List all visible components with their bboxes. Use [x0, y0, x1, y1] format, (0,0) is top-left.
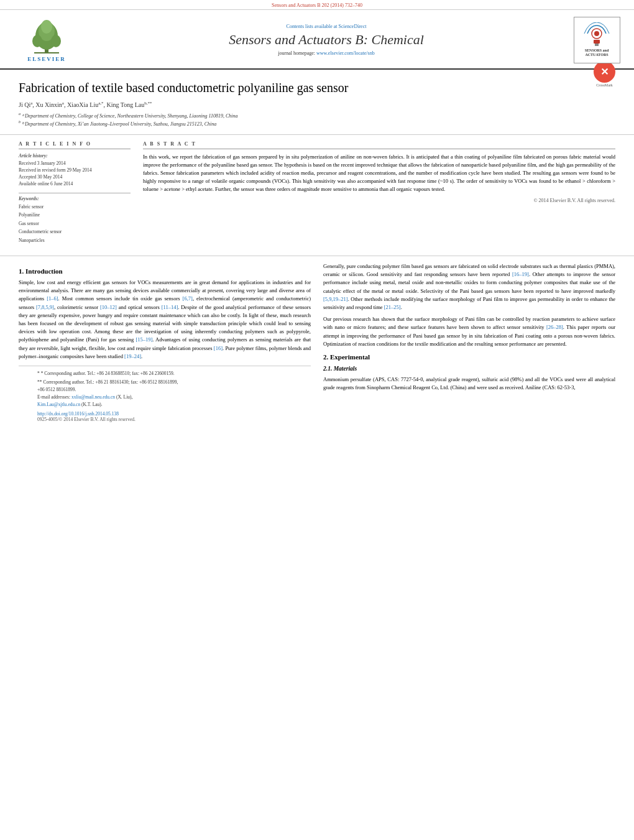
divider [19, 193, 131, 193]
materials-title: 2.1. Materials [323, 366, 615, 372]
svg-point-8 [594, 31, 599, 36]
history-label: Article history: [19, 153, 131, 159]
page: Sensors and Actuators B 202 (2014) 732–7… [0, 0, 634, 840]
sensors-logo: SENSORS andACTUATORS [572, 15, 622, 65]
abstract-heading: A B S T R A C T [143, 141, 615, 149]
svg-point-6 [51, 35, 61, 47]
journal-top-bar: Sensors and Actuators B 202 (2014) 732–7… [0, 0, 634, 10]
sensors-actuators-icon [581, 22, 612, 47]
email-xliu[interactable]: xxliu@mail.neu.edu.cn [71, 394, 115, 400]
keywords-group: Keywords: Fabric sensor Polyaniline Gas … [19, 196, 131, 245]
elsevier-tree-icon [25, 17, 68, 55]
keywords-label: Keywords: [19, 196, 131, 201]
intro-paragraph-right-1: Generally, pure conducting polymer film … [323, 262, 615, 312]
body-right-col: Generally, pure conducting polymer film … [323, 262, 615, 426]
crossmark-label: CrossMark [594, 83, 615, 87]
issn-line: 0925-4005/© 2014 Elsevier B.V. All right… [37, 417, 292, 422]
article-info-heading: A R T I C L E I N F O [19, 141, 131, 149]
footnote-double-star: ** Corresponding author. Tel.: +86 21 88… [37, 379, 292, 408]
journal-header: ELSEVIER Contents lists available at Sci… [0, 10, 634, 70]
footnotes-section: * * Corresponding author. Tel.: +86 24 8… [19, 366, 311, 426]
received-date: Received 3 January 2014 Received in revi… [19, 160, 131, 188]
article-section: Fabrication of textile based conductomet… [0, 70, 634, 135]
svg-point-5 [32, 35, 42, 47]
intro-paragraph-1: Simple, low cost and energy efficient ga… [19, 279, 311, 361]
email-klau[interactable]: Kim.Lau@xjtlu.edu.cn [37, 402, 80, 407]
body-left-col: 1. Introduction Simple, low cost and ene… [19, 262, 311, 426]
keywords-list: Fabric sensor Polyaniline Gas sensor Con… [19, 203, 131, 245]
affiliation-a: a ᵃ Department of Chemistry, College of … [19, 112, 587, 119]
svg-rect-10 [595, 44, 599, 46]
contents-line: Contents lists available at ScienceDirec… [87, 24, 566, 29]
abstract-col: A B S T R A C T In this work, we report … [143, 141, 615, 250]
abstract-text: In this work, we report the fabrication … [143, 153, 615, 194]
doi-link[interactable]: http://dx.doi.org/10.1016/j.snb.2014.05.… [37, 411, 292, 417]
footnote-star: * * Corresponding author. Tel.: +86 24 8… [37, 370, 292, 377]
elsevier-logo: ELSEVIER [12, 17, 81, 62]
materials-paragraph: Ammonium persulfate (APS, CAS: 7727-54-0… [323, 376, 615, 392]
journal-homepage: journal homepage: www.elsevier.com/locat… [87, 50, 566, 56]
intro-paragraph-right-2: Our previous research has shown that the… [323, 315, 615, 348]
article-info-col: A R T I C L E I N F O Article history: R… [19, 141, 131, 250]
article-history: Article history: Received 3 January 2014… [19, 153, 131, 188]
svg-rect-9 [594, 40, 600, 44]
article-authors: Ji Qia, Xu Xinxina, XiaoXia Liua,*, King… [19, 101, 587, 108]
journal-citation: Sensors and Actuators B 202 (2014) 732–7… [272, 2, 362, 8]
crossmark: ✕ CrossMark [594, 61, 615, 87]
journal-title: Sensors and Actuators B: Chemical [87, 32, 566, 48]
article-info-abstract-section: A R T I C L E I N F O Article history: R… [0, 135, 634, 257]
article-title: Fabrication of textile based conductomet… [19, 80, 587, 96]
affiliation-b: b ᵇ Department of Chemistry, Xi’an Jiaot… [19, 120, 587, 127]
homepage-link[interactable]: www.elsevier.com/locate/snb [316, 50, 375, 56]
main-body: 1. Introduction Simple, low cost and ene… [0, 256, 634, 432]
sciencedirect-link[interactable]: ScienceDirect [339, 24, 367, 29]
svg-point-3 [41, 20, 52, 34]
experimental-title: 2. Experimental [323, 353, 615, 361]
crossmark-icon: ✕ [594, 61, 615, 83]
intro-title: 1. Introduction [19, 267, 311, 275]
elsevier-label: ELSEVIER [27, 56, 66, 62]
sensors-logo-box: SENSORS andACTUATORS [574, 17, 620, 63]
journal-center: Contents lists available at ScienceDirec… [81, 24, 572, 56]
copyright: © 2014 Elsevier B.V. All rights reserved… [143, 198, 615, 203]
